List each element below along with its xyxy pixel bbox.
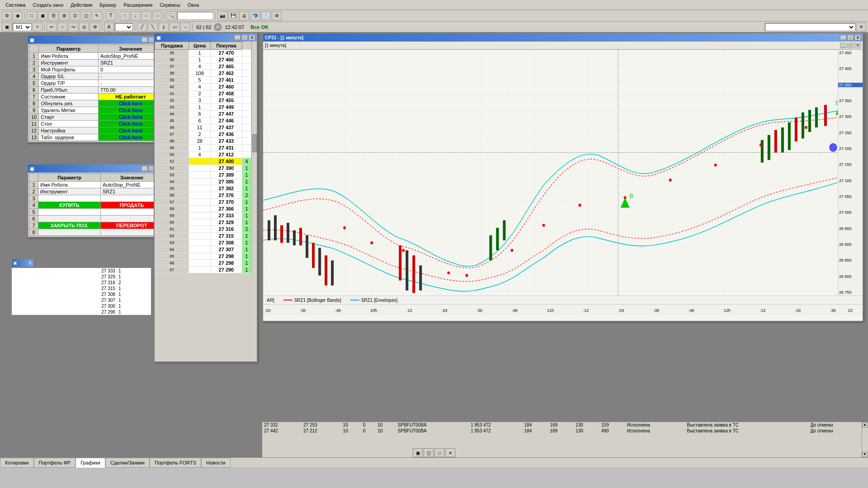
minimize-btn-1[interactable]: _: [142, 37, 148, 42]
toolbar2-rect[interactable]: ▭: [170, 23, 179, 32]
menu-services[interactable]: Сервисы: [156, 1, 184, 9]
ob-price-29[interactable]: 27 307: [210, 246, 242, 253]
toolbar2-circle[interactable]: ○: [57, 23, 67, 32]
ob-price-30[interactable]: 27 298: [210, 253, 242, 260]
menu-broker[interactable]: Брокер: [96, 1, 120, 9]
toolbar-btn-7[interactable]: ⊡: [70, 11, 80, 20]
toolbar-btn-2[interactable]: ◉: [13, 11, 23, 20]
ob-price-12[interactable]: 27 436: [210, 131, 242, 138]
ob-price-21[interactable]: 27 376: [210, 192, 242, 199]
robot2-row-param-3[interactable]: КУПИТЬ: [38, 202, 101, 209]
toolbar-search-input[interactable]: [177, 12, 213, 20]
menu-windows[interactable]: Окна: [184, 1, 203, 9]
menu-extensions[interactable]: Расширения: [120, 1, 156, 9]
menu-sistema[interactable]: Система: [2, 1, 29, 9]
tab-grafiki[interactable]: Графики: [75, 458, 105, 468]
minimize-btn-2[interactable]: _: [142, 166, 148, 171]
maximize-btn-ob[interactable]: □: [241, 35, 248, 40]
wc-btn-3[interactable]: □: [434, 448, 444, 457]
toolbar-btn-16[interactable]: 💾: [228, 11, 238, 20]
ob-price-18[interactable]: 27 389: [210, 172, 242, 178]
toolbar-btn-14[interactable]: →: [152, 11, 162, 20]
ob-price-27[interactable]: 27 315: [210, 233, 242, 239]
ob-price-13[interactable]: 27 433: [210, 138, 242, 145]
toolbar2-settings[interactable]: ⚙: [90, 23, 100, 32]
trades-scrollbar[interactable]: ▲ ▼: [862, 422, 868, 457]
subchart-maximize[interactable]: □: [847, 43, 854, 48]
ob-price-10[interactable]: 27 446: [210, 117, 242, 124]
tab-portfel-fr[interactable]: Портфель ФР: [34, 458, 76, 468]
tab-kotir[interactable]: Котировки: [0, 458, 34, 468]
toolbar-btn-5[interactable]: ☰: [48, 11, 58, 20]
toolbar-btn-8[interactable]: ◫: [81, 11, 91, 20]
robot-window-1-titlebar[interactable]: ▣ _ □ ✕: [28, 36, 164, 44]
toolbar2-window-icon[interactable]: ▣: [2, 23, 12, 32]
toolbar-btn-1[interactable]: ⚙: [2, 11, 12, 20]
toolbar-btn-6[interactable]: ⊞: [59, 11, 69, 20]
toolbar-btn-10[interactable]: T: [106, 11, 116, 20]
wc-btn-4[interactable]: ✕: [445, 448, 455, 457]
menu-create-window[interactable]: Создать окно: [29, 1, 67, 9]
toolbar2-indicator[interactable]: ◎: [79, 23, 89, 32]
ob-price-5[interactable]: 27 460: [210, 84, 242, 90]
toolbar2-refresh[interactable]: ⟳: [214, 23, 222, 31]
tab-portfel-forts[interactable]: Портфель FORTS: [150, 458, 201, 468]
toolbar2-line2[interactable]: ╲: [148, 23, 158, 32]
toolbar2-close-main[interactable]: ✕: [856, 23, 866, 32]
toolbar-zoom-btn[interactable]: 🔍: [166, 11, 176, 20]
ob-price-16[interactable]: 27 400: [210, 158, 242, 165]
wc-btn-2[interactable]: ◫: [424, 448, 434, 457]
toolbar-btn-13[interactable]: ←: [142, 11, 151, 20]
ob-price-9[interactable]: 27 447: [210, 111, 242, 117]
tab-sdelki[interactable]: Сделки/Заявки: [105, 458, 150, 468]
trades-scroll-up[interactable]: ▲: [862, 422, 868, 427]
chart-canvas[interactable]: B B: [263, 50, 838, 296]
toolbar-btn-12[interactable]: ↓: [131, 11, 141, 20]
ob-price-8[interactable]: 27 449: [210, 104, 242, 111]
close-btn-ob[interactable]: ✕: [249, 35, 255, 40]
ob-price-2[interactable]: 27 465: [210, 63, 242, 70]
ob-price-7[interactable]: 27 455: [210, 97, 242, 104]
chart-minimize[interactable]: _: [840, 35, 846, 40]
robot-window-2-titlebar[interactable]: ▣ _ □ ✕: [28, 164, 164, 173]
ob-price-28[interactable]: 27 308: [210, 239, 242, 246]
subchart-minimize[interactable]: _: [840, 43, 846, 48]
ob-price-31[interactable]: 27 298: [210, 260, 242, 267]
chart-close[interactable]: ✕: [854, 35, 861, 40]
chart-titlebar[interactable]: СРЗ1 - [1 минута] _ □ ✕: [263, 33, 863, 42]
menu-actions[interactable]: Действия: [67, 1, 96, 9]
ob-price-1[interactable]: 27 466: [210, 56, 242, 63]
toolbar-btn-17[interactable]: 🖨: [239, 11, 249, 20]
tab-novosti[interactable]: Новости: [201, 458, 231, 468]
ob-scrollbar-thumb[interactable]: [252, 134, 257, 152]
toolbar2-arrow[interactable]: →: [180, 23, 190, 32]
toolbar-btn-15[interactable]: 📷: [217, 11, 227, 20]
toolbar-btn-3[interactable]: □: [27, 11, 37, 20]
ob-price-4[interactable]: 27 461: [210, 77, 242, 84]
toolbar-btn-4[interactable]: ▣: [38, 11, 47, 20]
ob-scrollbar[interactable]: [251, 42, 257, 273]
toolbar-btn-19[interactable]: 📧: [261, 11, 271, 20]
toolbar2-text[interactable]: A: [104, 23, 114, 32]
status-select[interactable]: [765, 23, 855, 31]
ob-price-6[interactable]: 27 458: [210, 90, 242, 97]
minimize-btn-ob[interactable]: _: [234, 35, 241, 40]
ob-price-17[interactable]: 27 390: [210, 165, 242, 172]
toolbar-btn-11[interactable]: ↑: [120, 11, 130, 20]
timeframe-select[interactable]: M1 M5 H1: [13, 23, 32, 31]
ob-price-15[interactable]: 27 412: [210, 151, 242, 158]
toolbar2-fib[interactable]: ⫿: [159, 23, 169, 32]
toolbar2-add[interactable]: +: [33, 23, 42, 32]
robot2-row-param-6[interactable]: ЗАКРЫТЬ ПОЗ.: [38, 222, 101, 229]
ob-price-25[interactable]: 27 329: [210, 219, 242, 226]
orderbook-titlebar[interactable]: ▣ _ □ ✕: [155, 33, 257, 42]
small-close[interactable]: ✕: [28, 261, 32, 265]
ob-price-26[interactable]: 27 316: [210, 226, 242, 233]
ob-price-14[interactable]: 27 431: [210, 145, 242, 151]
wc-btn-1[interactable]: ▣: [413, 448, 423, 457]
trades-scroll-down[interactable]: ▼: [862, 452, 868, 457]
toolbar2-back[interactable]: ↩: [47, 23, 57, 32]
ob-price-23[interactable]: 27 366: [210, 206, 242, 212]
ob-price-32[interactable]: 27 290: [210, 267, 242, 273]
toolbar2-line1[interactable]: ╱: [137, 23, 147, 32]
